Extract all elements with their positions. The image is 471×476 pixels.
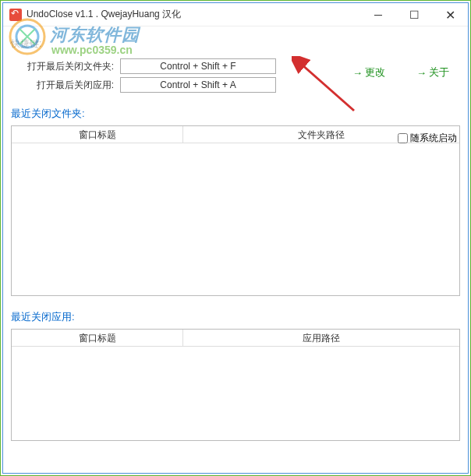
arrow-right-icon: → [416,67,427,79]
change-label: 更改 [365,65,385,79]
recent-apps-table: 窗口标题 应用路径 [11,329,460,441]
autostart-checkbox[interactable] [398,133,408,143]
shortcut-app-label: 打开最后关闭应用: [11,79,120,92]
change-link[interactable]: → 更改 [352,65,385,79]
recent-apps-title: 最近关闭应用: [11,310,460,324]
autostart-label: 随系统启动 [410,132,457,145]
apps-col-path[interactable]: 应用路径 [183,330,459,346]
shortcut-folder-label: 打开最后关闭文件夹: [11,60,120,73]
apps-table-body[interactable] [12,347,459,440]
apps-col-title[interactable]: 窗口标题 [12,330,183,346]
app-window: UndoClose v1.1 . QwejayHuang 汉化 ─ ☐ ✕ 河东… [2,2,469,474]
minimize-button[interactable]: ─ [360,3,396,26]
about-link[interactable]: → 关于 [416,65,449,79]
shortcuts-header: 快捷键: [11,37,460,51]
shortcut-app-field[interactable]: Control + Shift + A [120,77,276,93]
recent-folders-table: 窗口标题 文件夹路径 [11,125,460,296]
close-button[interactable]: ✕ [432,3,468,26]
maximize-button[interactable]: ☐ [396,3,432,26]
folders-table-body[interactable] [12,143,459,295]
window-title: UndoClose v1.1 . QwejayHuang 汉化 [27,8,181,21]
shortcut-folder-field[interactable]: Control + Shift + F [120,58,276,74]
recent-folders-title: 最近关闭文件夹: [11,107,460,121]
folders-col-title[interactable]: 窗口标题 [12,126,183,143]
arrow-right-icon: → [352,67,363,79]
about-label: 关于 [429,65,449,79]
